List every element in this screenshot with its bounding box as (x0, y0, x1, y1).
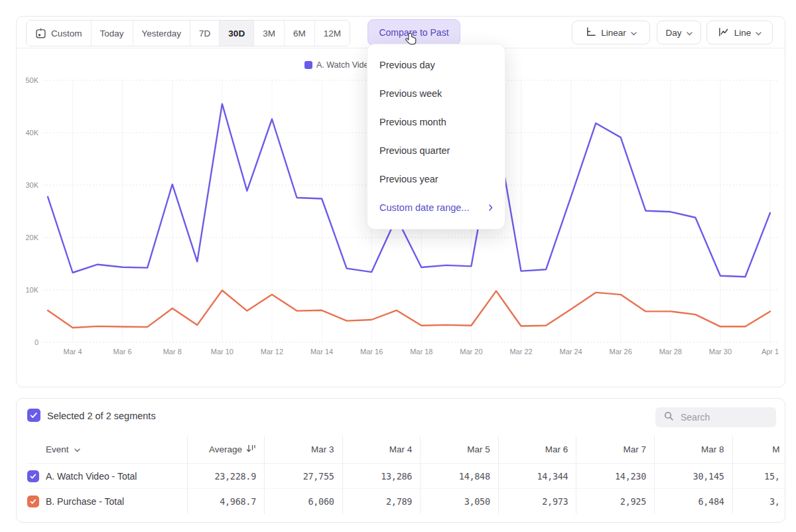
chevron-down-icon (74, 444, 80, 454)
series-line[interactable] (48, 291, 770, 328)
row-value: 2,925 (576, 489, 654, 514)
line-chart-icon (718, 27, 730, 39)
date-preset-group: CustomTodayYesterday7D30D3M6M12M (26, 20, 350, 46)
y-tick-label: 50K (25, 76, 38, 84)
menu-item-previous-day[interactable]: Previous day (367, 51, 505, 80)
preset-6m[interactable]: 6M (285, 21, 315, 46)
row-label[interactable]: B. Purchase - Total (43, 489, 187, 514)
x-tick-label: Mar 8 (163, 348, 182, 356)
row-value: 6,060 (264, 489, 342, 514)
row-value: 3, (732, 489, 785, 514)
compare-to-past-menu: Previous dayPrevious weekPrevious monthP… (367, 44, 505, 230)
row-checkbox[interactable] (27, 470, 39, 482)
chart-type-dropdown-button[interactable]: Line (706, 21, 773, 44)
row-checkbox[interactable] (27, 496, 39, 507)
row-value: 2,789 (342, 489, 421, 514)
x-tick-label: Mar 4 (63, 348, 82, 356)
x-tick-label: Apr 1 (762, 348, 779, 356)
row-value: 13,286 (342, 464, 421, 489)
row-value: 15, (732, 464, 785, 489)
menu-item-previous-year[interactable]: Previous year (367, 165, 505, 194)
menu-item-custom-date-range[interactable]: Custom date range... (367, 194, 505, 222)
x-tick-label: Mar 6 (113, 348, 132, 356)
row-label[interactable]: A. Watch Video - Total (43, 464, 187, 489)
x-tick-label: Mar 26 (610, 348, 632, 356)
row-value: 27,755 (264, 464, 342, 489)
preset-label: Custom (51, 29, 82, 38)
x-tick-label: Mar 10 (211, 348, 233, 356)
custom-date-range-label: Custom date range... (379, 194, 469, 222)
preset-label: Yesterday (142, 29, 182, 38)
x-tick-label: Mar 24 (559, 348, 582, 356)
row-value: 2,973 (498, 489, 576, 514)
scale-dropdown-button[interactable]: Linear (572, 21, 650, 44)
column-header-mar-3[interactable]: Mar 3 (264, 436, 342, 464)
y-tick-label: 0 (34, 338, 38, 346)
x-tick-label: Mar 20 (460, 348, 482, 356)
chevron-down-icon (687, 28, 693, 38)
row-value: 14,230 (576, 464, 654, 489)
row-value: 30,145 (654, 464, 732, 489)
y-tick-label: 10K (25, 286, 38, 294)
axis-scale-icon (585, 26, 596, 39)
interval-label: Day (665, 28, 681, 38)
preset-yesterday[interactable]: Yesterday (133, 21, 191, 46)
x-tick-label: Mar 14 (310, 348, 333, 356)
header-spacer (27, 436, 43, 464)
column-header-mar-6[interactable]: Mar 6 (498, 436, 576, 464)
x-tick-label: Mar 12 (261, 348, 283, 356)
chart-type-label: Line (734, 28, 752, 38)
chevron-down-icon (756, 28, 762, 38)
chevron-right-icon (489, 194, 493, 222)
preset-label: 30D (228, 29, 245, 38)
preset-label: 3M (263, 29, 275, 38)
row-value: 14,344 (498, 464, 576, 489)
preset-label: 7D (199, 29, 210, 38)
menu-item-previous-month[interactable]: Previous month (367, 108, 505, 137)
row-value: 6,484 (654, 489, 732, 514)
row-value: 14,848 (420, 464, 498, 489)
search-input[interactable] (679, 411, 768, 423)
menu-items-container: Previous dayPrevious weekPrevious monthP… (367, 51, 505, 194)
x-tick-label: Mar 28 (659, 348, 682, 356)
y-tick-label: 20K (25, 233, 38, 241)
search-box[interactable] (655, 407, 776, 427)
column-header-m[interactable]: M (732, 436, 785, 464)
menu-item-previous-week[interactable]: Previous week (367, 80, 505, 108)
selected-segments-text: Selected 2 of 2 segments (47, 411, 156, 421)
search-icon (663, 411, 674, 424)
compare-to-past-label: Compare to Past (379, 27, 448, 38)
preset-today[interactable]: Today (92, 21, 133, 46)
column-header-average[interactable]: Average (187, 436, 264, 464)
segments-table: EventAverageMar 3Mar 4Mar 5Mar 6Mar 7Mar… (27, 436, 785, 514)
row-value: 4,968.7 (187, 489, 264, 514)
y-tick-label: 30K (25, 181, 38, 189)
preset-3m[interactable]: 3M (254, 21, 285, 46)
segments-card: Selected 2 of 2 segments EventAverageMar… (16, 398, 785, 523)
x-tick-label: Mar 16 (360, 348, 383, 356)
row-value: 3,050 (420, 489, 498, 514)
row-value: 23,228.9 (187, 464, 264, 489)
preset-30d[interactable]: 30D (220, 21, 254, 46)
preset-7d[interactable]: 7D (190, 21, 220, 46)
menu-item-previous-quarter[interactable]: Previous quarter (367, 137, 505, 165)
interval-dropdown-button[interactable]: Day (657, 21, 701, 44)
preset-12m[interactable]: 12M (315, 21, 350, 46)
column-header-mar-5[interactable]: Mar 5 (420, 436, 498, 464)
select-all-checkbox[interactable] (27, 409, 40, 422)
event-header-label: Event (46, 444, 69, 454)
scale-label: Linear (601, 28, 626, 38)
column-header-mar-8[interactable]: Mar 8 (654, 436, 732, 464)
row-checkbox-cell (27, 489, 43, 514)
column-header-mar-4[interactable]: Mar 4 (342, 436, 421, 464)
compare-to-past-button[interactable]: Compare to Past (367, 19, 460, 46)
calendar-icon (35, 28, 46, 39)
x-tick-label: Mar 30 (709, 348, 732, 356)
preset-custom[interactable]: Custom (27, 21, 92, 46)
sort-descending-icon (246, 444, 256, 455)
legend-swatch (304, 61, 312, 69)
column-header-event[interactable]: Event (43, 436, 187, 464)
average-header-label: Average (209, 444, 242, 454)
column-header-mar-7[interactable]: Mar 7 (576, 436, 654, 464)
x-tick-label: Mar 18 (410, 348, 432, 356)
